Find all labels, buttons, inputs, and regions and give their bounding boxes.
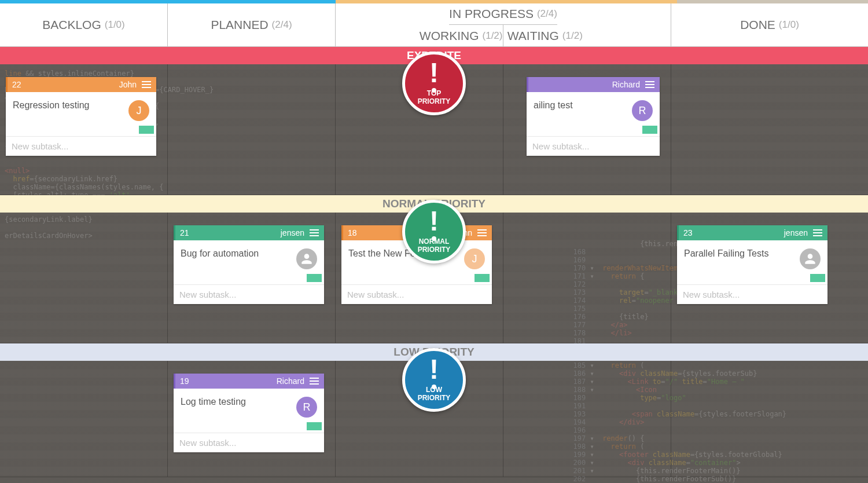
task-card[interactable]: 21 jensen Bug for automation New subtask… <box>174 225 324 304</box>
slot-waiting-low[interactable] <box>503 361 671 477</box>
tag-chip[interactable] <box>475 274 490 282</box>
column-headers: BACKLOG (1/0) PLANNED (2/4) IN PROGRESS … <box>0 3 868 47</box>
new-subtask-input[interactable]: New subtask... <box>174 433 324 452</box>
person-icon <box>803 251 818 266</box>
col-inprogress-header[interactable]: IN PROGRESS (2/4) <box>449 3 557 25</box>
task-card[interactable]: 23 jensen Parallel Failing Tests New sub… <box>677 225 827 304</box>
col-label: PLANNED <box>211 18 268 32</box>
card-header[interactable]: 19 Richard <box>174 374 324 389</box>
card-assignee: Richard <box>533 80 643 89</box>
exclamation-icon: ! <box>429 356 439 383</box>
tag-chip[interactable] <box>307 274 322 282</box>
card-number: 19 <box>180 376 189 386</box>
new-subtask-input[interactable]: New subtask... <box>527 136 660 156</box>
new-subtask-input[interactable]: New subtask... <box>174 284 324 304</box>
slot-done-low[interactable] <box>671 361 868 477</box>
card-header[interactable]: Richard <box>527 77 660 92</box>
card-title: Log time testing <box>181 397 292 407</box>
col-label: BACKLOG <box>42 18 101 32</box>
new-subtask-input[interactable]: New subtask... <box>341 284 492 304</box>
task-card[interactable]: 19 Richard Log time testing R New subtas… <box>174 374 324 452</box>
tag-chip[interactable] <box>642 126 657 134</box>
avatar: J <box>464 248 485 269</box>
hamburger-icon[interactable] <box>308 229 321 236</box>
card-assignee: John <box>21 80 140 89</box>
priority-badge-low: ! LOW PRIORITY <box>402 348 466 412</box>
col-working[interactable]: WORKING (1/2) <box>420 25 503 46</box>
hamburger-icon[interactable] <box>140 81 153 88</box>
hamburger-icon[interactable] <box>308 378 321 385</box>
task-card[interactable]: Richard ailing test R New subtask... <box>527 77 660 156</box>
badge-line2: PRIORITY <box>418 394 451 402</box>
lane-expedite: EXPEDITE ! TOP PRIORITY 22 John Regressi… <box>0 47 868 195</box>
col-planned[interactable]: PLANNED (2/4) <box>168 3 336 46</box>
avatar <box>800 248 821 269</box>
col-done[interactable]: DONE (1/0) <box>671 3 868 46</box>
lane-low: LOW PRIORITY ! LOW PRIORITY 19 Richard L… <box>0 343 868 477</box>
card-title: Bug for automation <box>181 248 292 259</box>
card-tagbar <box>174 274 324 284</box>
col-count: (2/4) <box>537 8 557 20</box>
col-count: (2/4) <box>272 19 292 31</box>
avatar: J <box>128 100 149 121</box>
hamburger-icon[interactable] <box>643 81 656 88</box>
slot-planned-low[interactable]: 19 Richard Log time testing R New subtas… <box>168 361 336 477</box>
card-title: Parallel Failing Tests <box>684 248 795 259</box>
col-waiting[interactable]: WAITING (1/2) <box>503 25 587 46</box>
slot-waiting-expedite[interactable]: Richard ailing test R New subtask... <box>503 64 671 195</box>
slot-backlog-normal[interactable] <box>0 213 168 343</box>
person-icon <box>299 251 314 266</box>
slot-done-expedite[interactable] <box>671 64 868 195</box>
col-label: WORKING <box>420 29 479 43</box>
new-subtask-input[interactable]: New subtask... <box>6 136 156 156</box>
badge-line2: PRIORITY <box>418 246 451 254</box>
hamburger-icon[interactable] <box>476 229 488 236</box>
card-assignee: Richard <box>189 376 308 386</box>
slot-backlog-low[interactable] <box>0 361 168 477</box>
slot-planned-normal[interactable]: 21 jensen Bug for automation New subtask… <box>168 213 336 343</box>
slot-backlog-expedite[interactable]: 22 John Regression testing J New subtask… <box>0 64 168 195</box>
priority-badge-normal: ! NORMAL PRIORITY <box>402 200 466 264</box>
card-header[interactable]: 22 John <box>6 77 156 92</box>
tag-chip[interactable] <box>307 422 322 430</box>
lane-normal: NORMAL PRIORITY ! NORMAL PRIORITY 21 jen… <box>0 195 868 343</box>
avatar: R <box>296 397 317 418</box>
slot-waiting-normal[interactable] <box>503 213 671 343</box>
card-tagbar <box>341 274 492 284</box>
exclamation-icon: ! <box>429 59 439 87</box>
col-label: WAITING <box>507 29 559 43</box>
card-tagbar <box>677 274 827 284</box>
col-count: (1/0) <box>105 19 125 31</box>
col-label: DONE <box>740 18 775 32</box>
card-assignee: jensen <box>189 228 308 237</box>
card-tagbar <box>174 422 324 433</box>
avatar <box>296 248 317 269</box>
badge-line2: PRIORITY <box>418 97 451 105</box>
card-header[interactable]: 21 jensen <box>174 225 324 240</box>
col-count: (1/2) <box>562 30 583 42</box>
kanban-board: EXPEDITE ! TOP PRIORITY 22 John Regressi… <box>0 47 868 483</box>
avatar: R <box>632 100 653 121</box>
col-backlog[interactable]: BACKLOG (1/0) <box>0 3 168 46</box>
slot-planned-expedite[interactable] <box>168 64 336 195</box>
col-count: (1/2) <box>483 30 503 42</box>
col-label: IN PROGRESS <box>449 7 534 21</box>
new-subtask-input[interactable]: New subtask... <box>677 284 827 304</box>
slot-done-normal[interactable]: 23 jensen Parallel Failing Tests New sub… <box>671 213 868 343</box>
card-header[interactable]: 23 jensen <box>677 225 827 240</box>
card-number: 18 <box>348 228 357 237</box>
exclamation-icon: ! <box>429 207 439 235</box>
card-number: 22 <box>12 80 21 89</box>
card-title: Regression testing <box>13 100 124 111</box>
task-card[interactable]: 22 John Regression testing J New subtask… <box>6 77 156 156</box>
priority-badge-top: ! TOP PRIORITY <box>402 52 466 115</box>
tag-chip[interactable] <box>810 274 825 282</box>
card-assignee: jensen <box>693 228 811 237</box>
card-tagbar <box>6 126 156 136</box>
col-count: (1/0) <box>779 19 799 31</box>
card-tagbar <box>527 126 660 136</box>
col-inprogress: IN PROGRESS (2/4) WORKING (1/2) WAITING … <box>336 3 671 46</box>
tag-chip[interactable] <box>139 126 154 134</box>
card-title: ailing test <box>534 100 627 111</box>
hamburger-icon[interactable] <box>811 229 824 236</box>
